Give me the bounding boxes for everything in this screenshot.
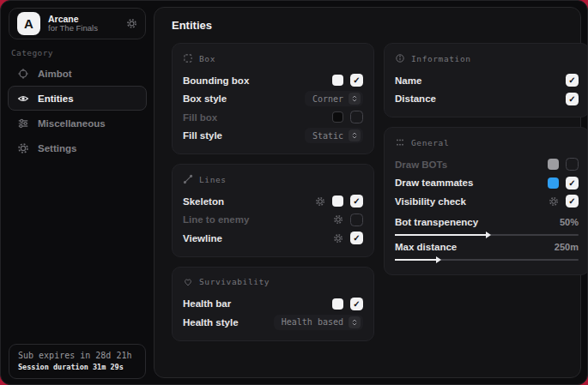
setting-row-health-bar: Health bar xyxy=(183,295,363,314)
slider-thumb[interactable] xyxy=(486,232,491,238)
setting-label: Health bar xyxy=(183,298,231,309)
sidebar-item-settings[interactable]: Settings xyxy=(8,135,147,160)
setting-row-bounding-box: Bounding box xyxy=(183,71,363,90)
box-style-select[interactable]: Corner xyxy=(305,91,363,106)
setting-row-distance: Distance xyxy=(395,90,579,109)
sub-expiry-text: Sub expires in 28d 21h xyxy=(18,351,136,360)
checkbox[interactable] xyxy=(350,195,363,208)
gear-icon[interactable] xyxy=(126,18,137,29)
checkbox[interactable] xyxy=(566,93,579,105)
sidebar: A Arcane for The Finals Category Aimbot xyxy=(1,1,154,384)
color-swatch[interactable] xyxy=(332,196,343,207)
slider-fill xyxy=(395,234,487,236)
checkbox[interactable] xyxy=(566,177,579,189)
color-swatch[interactable] xyxy=(548,177,559,189)
unfold-icon xyxy=(349,316,361,328)
gear-icon[interactable] xyxy=(333,233,343,244)
main-panel: Entities Box Bounding box xyxy=(154,7,581,378)
setting-label: Health style xyxy=(183,317,239,328)
sidebar-nav: Aimbot Entities Miscellaneous Settings xyxy=(8,61,147,160)
box-icon xyxy=(183,53,193,63)
setting-label: Bot transpenency xyxy=(395,217,478,227)
sidebar-item-miscellaneous[interactable]: Miscellaneous xyxy=(8,111,147,135)
unfold-icon xyxy=(349,129,361,141)
select-value: Static xyxy=(312,131,343,141)
brand-card: A Arcane for The Finals xyxy=(9,8,146,39)
info-icon xyxy=(395,53,405,63)
setting-label: Viewline xyxy=(183,233,222,244)
slider-track[interactable] xyxy=(395,259,579,261)
setting-label: Skeleton xyxy=(183,196,224,207)
color-swatch[interactable] xyxy=(548,159,559,170)
setting-row-visibility-check: Visibility check xyxy=(395,192,579,211)
color-swatch[interactable] xyxy=(332,111,343,123)
app-window: A Arcane for The Finals Category Aimbot xyxy=(0,0,588,385)
slider-value: 250m xyxy=(555,242,579,252)
page-title: Entities xyxy=(172,19,572,32)
setting-label: Fill box xyxy=(183,112,217,123)
checkbox[interactable] xyxy=(566,74,579,87)
select-value: Corner xyxy=(312,94,343,104)
slider-track[interactable] xyxy=(395,234,579,236)
setting-label: Max distance xyxy=(395,242,457,252)
gear-icon[interactable] xyxy=(333,214,343,225)
crosshair-icon xyxy=(17,68,29,80)
setting-label: Name xyxy=(395,75,421,86)
checkbox[interactable] xyxy=(350,74,363,87)
brand-subtitle: for The Finals xyxy=(48,24,118,33)
information-card: Information Name Distance xyxy=(384,43,588,117)
checkbox[interactable] xyxy=(350,111,363,123)
slider-thumb[interactable] xyxy=(436,256,441,263)
sidebar-item-label: Aimbot xyxy=(38,69,72,79)
checkbox[interactable] xyxy=(566,158,579,171)
setting-row-draw-bots: Draw BOTs xyxy=(395,155,579,174)
setting-label: Bounding box xyxy=(183,75,249,86)
setting-label: Box style xyxy=(183,93,227,104)
category-label: Category xyxy=(11,48,53,57)
gear-icon xyxy=(17,142,29,154)
entities-icon xyxy=(17,93,29,105)
checkbox[interactable] xyxy=(350,214,363,226)
checkbox[interactable] xyxy=(350,232,363,244)
setting-row-line-to-enemy: Line to enemy xyxy=(183,211,363,230)
setting-row-name: Name xyxy=(395,71,579,90)
health-style-select[interactable]: Health based xyxy=(274,315,363,330)
bot-transparency-slider-group: Bot transpenency 50% xyxy=(395,217,579,236)
slider-fill xyxy=(395,259,437,261)
brand-avatar: A xyxy=(17,12,40,35)
card-title: Information xyxy=(411,54,471,63)
sidebar-item-label: Miscellaneous xyxy=(38,118,106,129)
setting-row-health-style: Health style Health based xyxy=(183,313,363,332)
general-card: General Draw BOTs Draw teammates xyxy=(384,127,588,275)
subscription-info: Sub expires in 28d 21h Session duration … xyxy=(9,344,146,379)
card-title: Survivability xyxy=(199,277,270,286)
checkbox[interactable] xyxy=(350,298,363,310)
sidebar-item-label: Entities xyxy=(38,93,74,104)
gear-icon[interactable] xyxy=(315,196,325,207)
sliders-icon xyxy=(17,117,29,129)
setting-row-fill-style: Fill style Static xyxy=(183,127,363,146)
color-swatch[interactable] xyxy=(332,75,343,86)
sidebar-item-label: Settings xyxy=(38,143,76,153)
checkbox[interactable] xyxy=(566,195,579,208)
setting-label: Line to enemy xyxy=(183,214,249,225)
setting-label: Distance xyxy=(395,93,436,104)
setting-row-skeleton: Skeleton xyxy=(183,192,363,211)
setting-label: Draw BOTs xyxy=(395,159,447,170)
heart-icon xyxy=(183,277,193,287)
setting-row-draw-teammates: Draw teammates xyxy=(395,174,579,193)
color-swatch[interactable] xyxy=(332,298,343,310)
card-title: General xyxy=(411,138,449,147)
max-distance-slider-group: Max distance 250m xyxy=(395,242,579,261)
setting-label: Draw teammates xyxy=(395,177,473,188)
sidebar-item-aimbot[interactable]: Aimbot xyxy=(8,61,147,86)
setting-row-viewline: Viewline xyxy=(183,229,363,248)
fill-style-select[interactable]: Static xyxy=(305,128,363,143)
setting-label: Fill style xyxy=(183,130,222,141)
grid-dots-icon xyxy=(395,137,405,147)
sidebar-item-entities[interactable]: Entities xyxy=(8,86,147,111)
setting-row-box-style: Box style Corner xyxy=(183,90,363,109)
setting-row-fill-box: Fill box xyxy=(183,108,363,127)
slider-value: 50% xyxy=(560,217,579,227)
gear-icon[interactable] xyxy=(549,196,559,207)
